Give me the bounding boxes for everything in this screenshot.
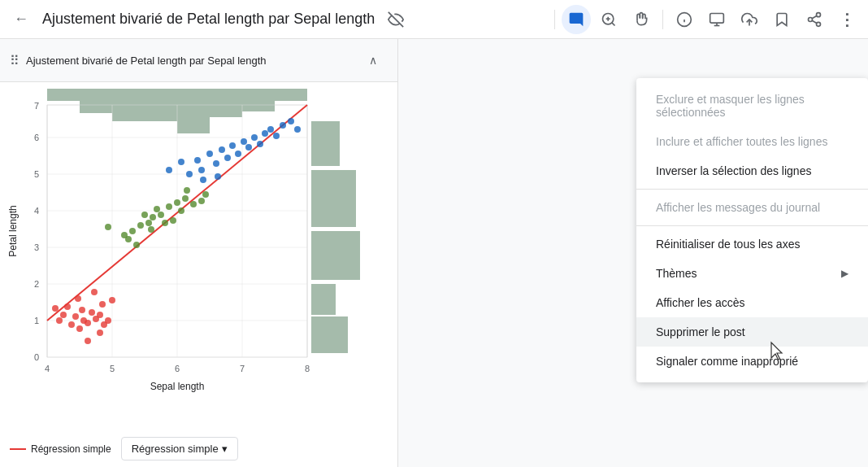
- svg-point-62: [68, 321, 75, 328]
- toolbar-title: Ajustement bivarié de Petal length par S…: [42, 11, 375, 28]
- svg-point-92: [174, 199, 180, 206]
- menu-item-delete[interactable]: Supprimer le post: [636, 317, 868, 347]
- svg-point-91: [166, 203, 172, 210]
- menu-item-reset[interactable]: Réinitialiser de tous les axes: [636, 229, 868, 259]
- regression-dropdown[interactable]: Régression simple ▾: [121, 437, 238, 460]
- svg-point-123: [294, 126, 301, 133]
- svg-point-97: [202, 191, 209, 198]
- svg-point-94: [182, 195, 189, 202]
- svg-rect-29: [311, 170, 356, 227]
- menu-item-exclude[interactable]: Exclure et masquer les lignes sélectionn…: [636, 85, 868, 127]
- svg-rect-22: [177, 89, 210, 133]
- svg-line-15: [812, 20, 817, 23]
- svg-point-75: [91, 289, 98, 295]
- collapse-button[interactable]: ∧: [358, 46, 388, 75]
- bookmark-button[interactable]: [767, 5, 796, 34]
- menu-item-themes[interactable]: Thèmes ▶: [636, 259, 868, 288]
- svg-point-108: [206, 151, 213, 157]
- svg-point-98: [133, 242, 140, 248]
- svg-rect-30: [311, 121, 340, 166]
- back-button[interactable]: ←: [7, 5, 36, 34]
- svg-point-103: [166, 167, 172, 173]
- svg-point-72: [64, 303, 71, 310]
- svg-point-14: [817, 22, 821, 26]
- svg-rect-24: [242, 89, 275, 111]
- drag-handle-icon: ⠿: [10, 53, 20, 68]
- svg-point-13: [809, 17, 813, 21]
- svg-point-90: [162, 220, 168, 226]
- hand-button[interactable]: [627, 5, 656, 34]
- panel-body: 0 1 2 3 4 5 6 7 4 5 6: [0, 82, 397, 430]
- svg-point-125: [215, 173, 221, 180]
- legend-label: Régression simple: [31, 443, 111, 455]
- monitor-button[interactable]: [702, 5, 731, 34]
- svg-point-107: [198, 167, 205, 173]
- svg-point-69: [97, 312, 103, 318]
- info-button[interactable]: [670, 5, 699, 34]
- svg-rect-28: [311, 231, 360, 280]
- svg-rect-27: [311, 284, 336, 315]
- share-button[interactable]: [800, 5, 829, 34]
- svg-text:8: 8: [305, 364, 310, 373]
- comment-button[interactable]: [562, 5, 591, 34]
- svg-text:Petal length: Petal length: [7, 205, 19, 256]
- svg-rect-18: [47, 89, 80, 101]
- svg-text:3: 3: [34, 242, 39, 252]
- svg-point-66: [85, 320, 91, 326]
- left-panel: ⠿ Ajustement bivarié de Petal length par…: [0, 39, 398, 467]
- svg-point-121: [280, 122, 286, 129]
- svg-line-2: [612, 22, 615, 25]
- svg-point-93: [178, 207, 184, 214]
- svg-point-110: [219, 146, 225, 153]
- cloud-button[interactable]: [735, 5, 764, 34]
- svg-text:6: 6: [175, 364, 180, 373]
- panel-header-title: Ajustement bivarié de Petal length par S…: [26, 55, 267, 67]
- svg-rect-26: [311, 316, 348, 353]
- menu-item-access[interactable]: Afficher les accès: [636, 288, 868, 317]
- svg-text:5: 5: [34, 169, 39, 179]
- svg-point-73: [75, 295, 81, 302]
- toolbar-left: ← Ajustement bivarié de Petal length par…: [7, 5, 551, 34]
- svg-text:7: 7: [240, 364, 245, 373]
- svg-rect-8: [710, 13, 724, 23]
- svg-point-117: [257, 141, 263, 147]
- svg-rect-25: [275, 89, 307, 101]
- svg-point-79: [85, 338, 91, 344]
- svg-point-61: [60, 312, 67, 318]
- svg-point-87: [150, 214, 156, 220]
- svg-text:2: 2: [34, 279, 39, 289]
- svg-point-77: [99, 301, 106, 308]
- main-content: ⠿ Ajustement bivarié de Petal length par…: [0, 39, 868, 467]
- svg-point-71: [105, 317, 111, 324]
- legend-item: Régression simple: [10, 443, 111, 455]
- zoom-button[interactable]: [594, 5, 623, 34]
- svg-point-115: [245, 144, 252, 151]
- menu-item-log[interactable]: Afficher les messages du journal: [636, 193, 868, 222]
- svg-text:7: 7: [34, 101, 39, 111]
- svg-point-104: [178, 159, 184, 165]
- more-button[interactable]: ⋮: [832, 5, 861, 34]
- svg-point-120: [273, 133, 280, 139]
- submenu-chevron-icon: ▶: [841, 268, 848, 279]
- svg-point-74: [109, 297, 115, 303]
- svg-text:6: 6: [34, 133, 39, 142]
- svg-point-118: [262, 130, 268, 137]
- hide-icon[interactable]: [381, 5, 410, 34]
- svg-point-67: [89, 309, 95, 316]
- svg-point-119: [267, 126, 274, 133]
- svg-point-116: [251, 134, 258, 141]
- svg-point-95: [190, 201, 197, 207]
- svg-point-102: [184, 187, 190, 194]
- menu-item-report[interactable]: Signaler comme inapproprié: [636, 347, 868, 376]
- menu-item-invert[interactable]: Inverser la sélection des lignes: [636, 156, 868, 185]
- svg-point-111: [224, 155, 231, 161]
- svg-rect-19: [80, 89, 112, 113]
- menu-item-include[interactable]: Inclure et afficher toutes les lignes: [636, 127, 868, 156]
- svg-point-106: [194, 157, 201, 164]
- svg-point-122: [288, 118, 294, 124]
- toolbar: ← Ajustement bivarié de Petal length par…: [0, 0, 868, 39]
- svg-text:0: 0: [34, 352, 39, 362]
- svg-point-113: [235, 151, 241, 157]
- svg-point-76: [79, 307, 85, 313]
- svg-point-80: [97, 330, 103, 336]
